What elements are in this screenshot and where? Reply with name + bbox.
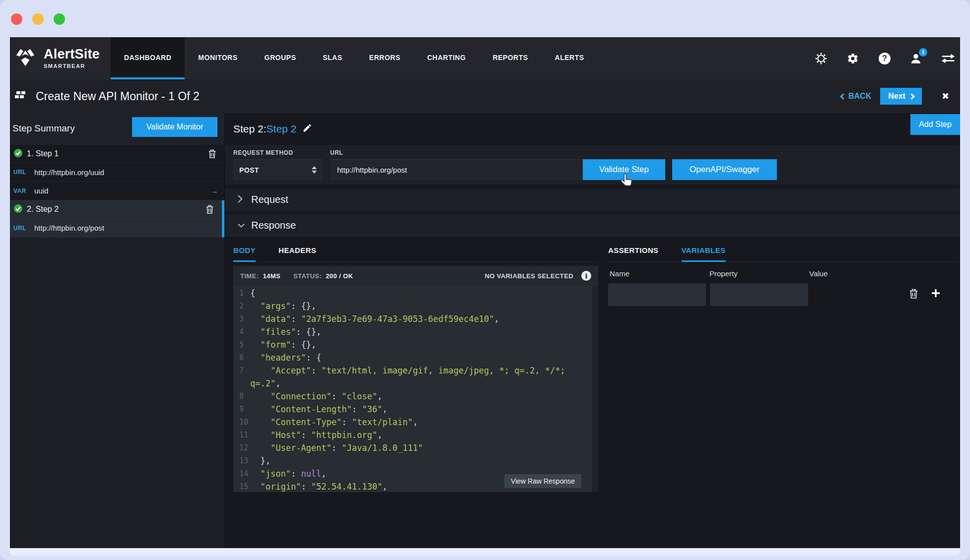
variable-arrow-icon: → [210, 187, 218, 195]
top-navbar: AlertSite SMARTBEAR DASHBOARDMONITORSGRO… [10, 37, 960, 79]
url-key-label: URL [13, 169, 31, 176]
nav-item-dashboard[interactable]: DASHBOARD [111, 37, 185, 79]
url-value: http://httpbin.org/post [34, 224, 104, 232]
nav-item-alerts[interactable]: ALERTS [542, 37, 598, 79]
sidebar-title: Step Summary [12, 123, 75, 134]
nav-item-charting[interactable]: CHARTING [414, 37, 479, 79]
view-raw-response-button[interactable]: View Raw Response [504, 474, 581, 488]
status-value: 200 / OK [326, 272, 353, 280]
json-response-code: 1{2 "args": {},3 "data": "2a7f3eb3-7e69-… [233, 287, 598, 492]
response-body-viewer[interactable]: 1{2 "args": {},3 "data": "2a7f3eb3-7e69-… [233, 286, 598, 492]
alertsite-logo[interactable]: AlertSite SMARTBEAR [10, 37, 111, 79]
nav-item-slas[interactable]: SLAS [309, 37, 355, 79]
step-detail-row[interactable]: URLhttp://httpbin.org/uuid [10, 163, 224, 182]
validate-step-button[interactable]: Validate Step [583, 159, 665, 180]
code-line: 3 "data": "2a7f3eb3-7e69-47a3-9053-6edf5… [233, 312, 598, 325]
code-line: 4 "files": {}, [233, 325, 598, 338]
editor-scrollbar[interactable] [592, 286, 598, 492]
code-line: 10 "Content-Type": "text/plain", [233, 416, 598, 429]
step-header-row[interactable]: 2. Step 2 [10, 200, 222, 219]
tab-variables[interactable]: VARIABLES [682, 241, 726, 262]
tab-assertions[interactable]: ASSERTIONS [608, 241, 659, 262]
time-value: 14MS [263, 272, 280, 280]
window-close-button[interactable] [11, 13, 22, 25]
api-monitor-icon [15, 90, 27, 103]
wizard-body: Step Summary Validate Monitor 1. Step 1U… [10, 113, 960, 548]
column-header-name: Name [610, 269, 629, 278]
url-label: URL [330, 149, 343, 156]
response-section-toggle[interactable]: Response [225, 214, 960, 237]
variable-row [608, 281, 960, 307]
code-line: 12 "User-Agent": "Java/1.8.0_111" [233, 441, 598, 454]
switch-accounts-icon[interactable] [941, 52, 955, 65]
delete-variable-icon[interactable] [909, 288, 918, 301]
variable-property-input[interactable] [710, 283, 808, 306]
var-value: uuid [34, 187, 48, 195]
line-number: 10 [233, 416, 250, 429]
close-wizard-icon[interactable]: ✖ [938, 89, 953, 104]
add-step-button[interactable]: Add Step [910, 114, 960, 135]
request-method-select[interactable]: POST [233, 159, 323, 180]
line-number: 4 [233, 325, 250, 338]
next-button[interactable]: Next [880, 88, 922, 105]
variables-column: NamePropertyValue [608, 269, 960, 307]
window-minimize-button[interactable] [32, 13, 44, 25]
step-detail-row[interactable]: URLhttp://httpbin.org/post [10, 219, 222, 237]
url-value: http://httpbin.org/uuid [34, 168, 104, 177]
response-tabs: BODYHEADERS [233, 241, 598, 262]
openapi-swagger-button[interactable]: OpenAPI/Swagger [672, 159, 777, 180]
code-line: 13 }, [233, 454, 598, 467]
nav-item-errors[interactable]: ERRORS [356, 37, 414, 79]
settings-gear-icon[interactable] [846, 52, 860, 65]
display-settings-icon[interactable] [814, 52, 828, 65]
nav-item-groups[interactable]: GROUPS [251, 37, 310, 79]
select-arrows-icon [312, 166, 317, 174]
app-window: AlertSite SMARTBEAR DASHBOARDMONITORSGRO… [10, 37, 960, 548]
nav-item-reports[interactable]: REPORTS [479, 37, 541, 79]
step-card-1[interactable]: 1. Step 1URLhttp://httpbin.org/uuidVARuu… [10, 145, 224, 200]
tab-headers[interactable]: HEADERS [278, 241, 316, 262]
code-line: 9 "Content-Length": "36", [233, 403, 598, 416]
request-section-toggle[interactable]: Request [225, 188, 960, 211]
url-input[interactable] [330, 159, 583, 180]
step-header-row[interactable]: 1. Step 1 [10, 145, 224, 163]
code-line: 11 "Host": "httpbin.org", [233, 429, 598, 441]
step-label: 2. Step 2 [27, 205, 59, 214]
edit-step-name-icon[interactable] [302, 123, 312, 135]
code-line: 8 "Connection": "close", [233, 390, 598, 403]
line-number: 3 [233, 312, 250, 325]
window-zoom-button[interactable] [54, 13, 65, 25]
assertions-variables-tabs: ASSERTIONSVARIABLES [608, 241, 960, 262]
code-line: 1{ [233, 287, 598, 300]
line-number: 13 [233, 454, 250, 467]
tab-body[interactable]: BODY [233, 241, 256, 262]
info-icon[interactable]: i [581, 271, 591, 281]
step-card-2[interactable]: 2. Step 2URLhttp://httpbin.org/post [10, 200, 224, 238]
chevron-left-icon [840, 93, 846, 100]
back-button[interactable]: BACK [841, 92, 871, 101]
add-variable-icon[interactable] [931, 288, 941, 300]
sidebar-header: Step Summary Validate Monitor [10, 113, 224, 145]
code-content: "data": "2a7f3eb3-7e69-47a3-9053-6edf59e… [250, 312, 574, 325]
validate-monitor-button[interactable]: Validate Monitor [132, 117, 217, 137]
line-number: 12 [233, 441, 250, 454]
column-header-value: Value [809, 269, 828, 278]
line-number: 9 [233, 403, 250, 416]
notification-badge: i [919, 48, 927, 57]
variable-name-input[interactable] [608, 283, 706, 306]
account-icon[interactable]: i [909, 52, 923, 65]
help-icon[interactable]: ? [878, 52, 892, 65]
steps-list: 1. Step 1URLhttp://httpbin.org/uuidVARuu… [10, 145, 224, 238]
chevron-right-icon [237, 194, 244, 205]
code-content: "User-Agent": "Java/1.8.0_111" [250, 441, 574, 454]
chevron-right-icon [908, 93, 915, 100]
delete-step-icon[interactable] [208, 149, 216, 161]
line-number: 1 [233, 287, 250, 300]
step-editor-panel: Step 2:Step 2 Add Step REQUEST METHOD UR… [224, 113, 960, 548]
delete-step-icon[interactable] [206, 204, 214, 216]
url-key-label: URL [13, 225, 31, 232]
step-detail-row[interactable]: VARuuid→ [10, 182, 224, 200]
line-number: 8 [233, 390, 250, 403]
desktop-background: AlertSite SMARTBEAR DASHBOARDMONITORSGRO… [0, 0, 970, 560]
nav-item-monitors[interactable]: MONITORS [185, 37, 251, 79]
